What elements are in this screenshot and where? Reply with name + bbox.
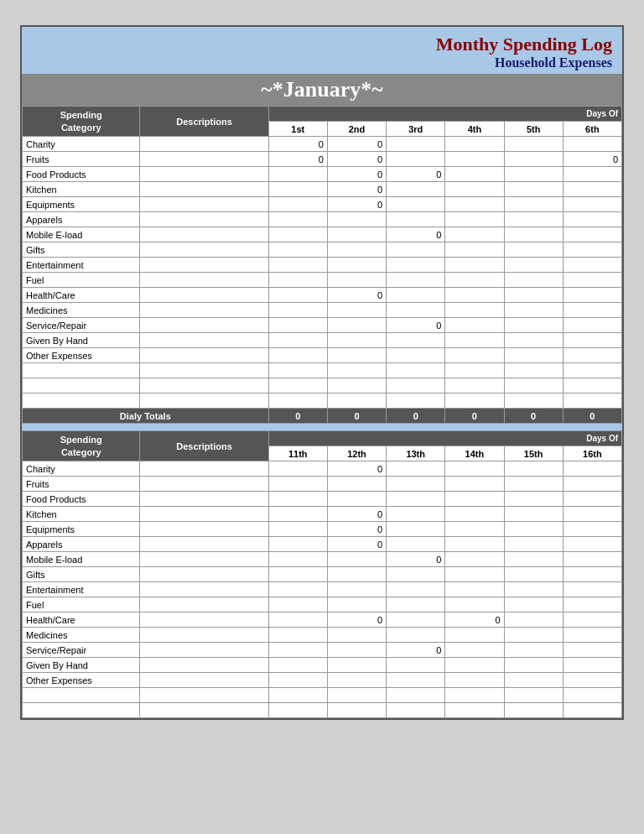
table-cell: Service/Repair: [23, 318, 140, 333]
table-cell: Given By Hand: [23, 658, 140, 673]
table-cell: [504, 363, 563, 378]
table-cell: [327, 227, 386, 242]
table-cell: [563, 303, 621, 318]
table-cell: Fuel: [23, 597, 140, 612]
s2-col-day14: 14th: [445, 446, 504, 461]
table-cell: [563, 612, 621, 628]
table-cell: [327, 567, 386, 582]
table-cell: [327, 242, 386, 258]
month-section: ~*January*~: [22, 74, 622, 106]
table-cell: [268, 242, 327, 258]
table-cell: Gifts: [23, 242, 140, 258]
table-cell: [23, 394, 140, 409]
table-cell: [563, 363, 621, 378]
table-cell: [563, 318, 621, 333]
table-cell: Charity: [23, 137, 140, 152]
s2-col-day15: 15th: [504, 446, 563, 461]
table-cell: 0: [327, 152, 386, 167]
table-cell: [140, 394, 268, 409]
table-cell: [445, 212, 504, 227]
table-row: Other Expenses: [23, 673, 622, 688]
table-row: Kitchen0: [23, 507, 622, 522]
table-cell: [387, 378, 445, 394]
table-cell: [563, 137, 621, 152]
table-cell: [140, 522, 268, 537]
table-cell: [23, 703, 140, 718]
table-cell: [563, 182, 621, 197]
table-cell: Medicines: [23, 303, 140, 318]
table-cell: [445, 567, 504, 582]
table-row: Kitchen0: [23, 182, 622, 197]
table-cell: [268, 227, 327, 242]
table-cell: [445, 628, 504, 643]
table-cell: [504, 348, 563, 363]
table-cell: [387, 348, 445, 363]
table-cell: [504, 658, 563, 673]
s1-total-d6: 0: [563, 409, 621, 424]
table-cell: [268, 552, 327, 567]
table-row: Entertainment: [23, 258, 622, 273]
s1-totals-row: Dialy Totals 0 0 0 0 0 0: [23, 409, 622, 424]
table-cell: [445, 597, 504, 612]
table-cell: [387, 658, 445, 673]
table-cell: [504, 182, 563, 197]
table-cell: [445, 522, 504, 537]
section2-table: SpendingCategory Descriptions Days Of 11…: [22, 430, 622, 718]
table-row: [23, 394, 622, 409]
table-cell: 0: [445, 612, 504, 628]
table-cell: [445, 673, 504, 688]
table-cell: [445, 152, 504, 167]
table-cell: [445, 318, 504, 333]
s1-col-category: SpendingCategory: [23, 107, 140, 137]
table-cell: [140, 242, 268, 258]
table-cell: [268, 348, 327, 363]
table-cell: [268, 522, 327, 537]
table-cell: [268, 273, 327, 288]
table-cell: [23, 688, 140, 703]
table-cell: [140, 167, 268, 182]
table-cell: [387, 333, 445, 348]
table-cell: [327, 378, 386, 394]
table-cell: [445, 477, 504, 492]
table-cell: [327, 273, 386, 288]
table-cell: Gifts: [23, 567, 140, 582]
table-row: Medicines: [23, 303, 622, 318]
table-cell: [268, 477, 327, 492]
table-cell: [268, 628, 327, 643]
table-cell: [445, 461, 504, 477]
table-cell: [268, 333, 327, 348]
table-cell: [23, 363, 140, 378]
table-cell: Fuel: [23, 273, 140, 288]
table-cell: [327, 673, 386, 688]
table-cell: Given By Hand: [23, 333, 140, 348]
table-cell: [140, 597, 268, 612]
table-cell: [268, 167, 327, 182]
table-cell: [327, 628, 386, 643]
table-cell: [504, 212, 563, 227]
table-cell: [387, 537, 445, 552]
table-row: Service/Repair0: [23, 318, 622, 333]
table-cell: [268, 537, 327, 552]
table-cell: [327, 658, 386, 673]
table-cell: [445, 537, 504, 552]
table-cell: [504, 394, 563, 409]
table-row: Given By Hand: [23, 333, 622, 348]
table-cell: [563, 582, 621, 597]
table-cell: [563, 288, 621, 303]
table-row: Given By Hand: [23, 658, 622, 673]
table-cell: 0: [387, 318, 445, 333]
s1-col-day6: 6th: [563, 122, 621, 137]
table-cell: [268, 703, 327, 718]
table-cell: 0: [327, 461, 386, 477]
table-cell: Equipments: [23, 197, 140, 212]
table-cell: Service/Repair: [23, 643, 140, 658]
table-cell: [387, 597, 445, 612]
table-cell: [504, 227, 563, 242]
table-cell: [445, 688, 504, 703]
table-cell: [327, 318, 386, 333]
table-cell: [504, 152, 563, 167]
table-cell: [387, 182, 445, 197]
table-row: Fruits: [23, 477, 622, 492]
table-cell: [387, 394, 445, 409]
s1-col-day2: 2nd: [327, 122, 386, 137]
